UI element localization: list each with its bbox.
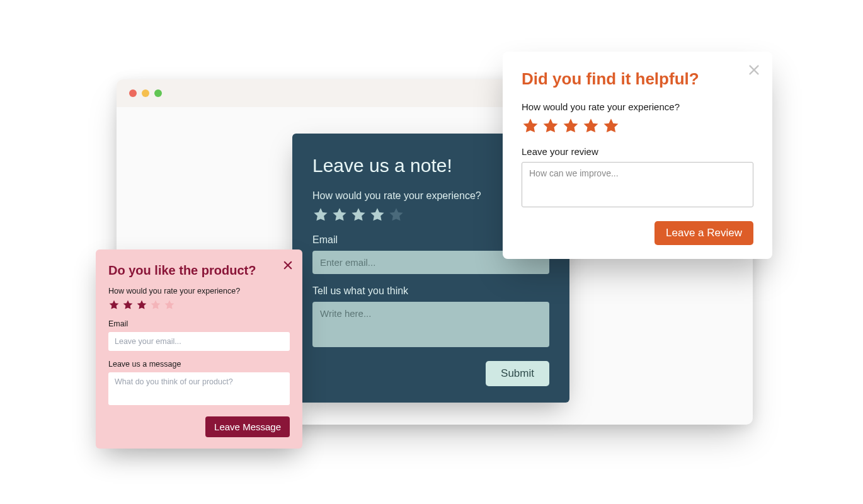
star-icon[interactable] — [150, 299, 161, 311]
star-icon[interactable] — [312, 207, 329, 223]
submit-button[interactable]: Leave Message — [205, 416, 290, 437]
star-icon[interactable] — [562, 117, 580, 135]
rate-label: How would you rate your experience? — [108, 287, 290, 295]
window-zoom-dot[interactable] — [154, 89, 162, 97]
star-icon[interactable] — [136, 299, 147, 311]
star-icon[interactable] — [350, 207, 367, 223]
star-icon[interactable] — [369, 207, 386, 223]
message-label: Tell us what you think — [312, 285, 549, 297]
submit-button[interactable]: Leave a Review — [654, 221, 753, 245]
feedback-card-product: Do you like the product? How would you r… — [96, 249, 302, 449]
message-field[interactable] — [312, 302, 549, 347]
close-icon[interactable] — [747, 63, 761, 77]
message-field[interactable] — [108, 372, 290, 405]
star-icon[interactable] — [522, 117, 539, 135]
email-label: Email — [108, 319, 290, 328]
window-close-dot[interactable] — [129, 89, 137, 97]
message-label: Leave us a message — [108, 360, 290, 369]
review-label: Leave your review — [522, 146, 753, 157]
star-icon[interactable] — [164, 299, 175, 311]
star-rating[interactable] — [108, 299, 290, 311]
window-minimize-dot[interactable] — [142, 89, 149, 97]
star-icon[interactable] — [108, 299, 120, 311]
star-icon[interactable] — [582, 117, 600, 135]
card-title: Did you find it helpful? — [522, 69, 753, 89]
star-icon[interactable] — [331, 207, 348, 223]
review-field[interactable] — [522, 162, 753, 207]
star-icon[interactable] — [122, 299, 134, 311]
close-icon[interactable] — [282, 260, 294, 271]
submit-button[interactable]: Submit — [486, 361, 549, 386]
email-field[interactable] — [108, 332, 290, 351]
feedback-card-helpful: Did you find it helpful? How would you r… — [503, 52, 772, 259]
star-rating[interactable] — [522, 117, 753, 135]
star-icon[interactable] — [542, 117, 559, 135]
star-icon[interactable] — [388, 207, 404, 223]
rate-label: How would you rate your experience? — [522, 101, 753, 112]
card-title: Do you like the product? — [108, 263, 290, 278]
star-icon[interactable] — [602, 117, 620, 135]
